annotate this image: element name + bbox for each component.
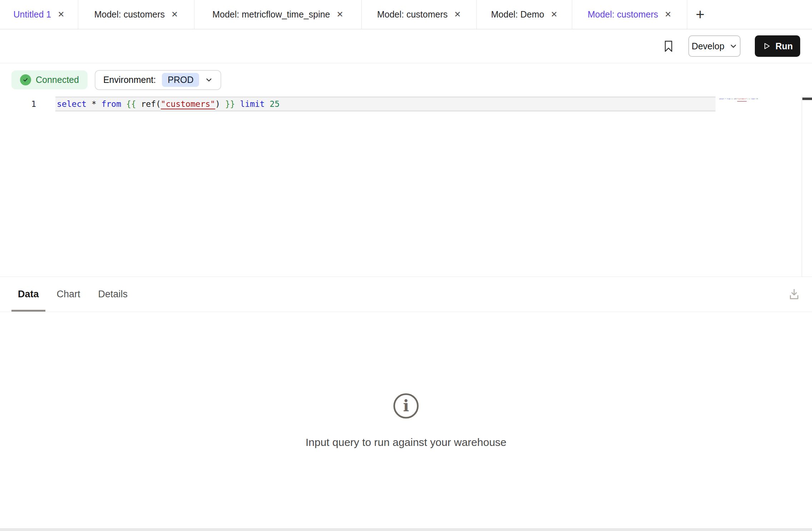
empty-state-message: Input query to run against your warehous… [306, 436, 506, 448]
tab-model-metricflow-time-spine[interactable]: Model: metricflow_time_spine ✕ [194, 0, 362, 29]
tab-model-customers-2[interactable]: Model: customers ✕ [362, 0, 477, 29]
svg-text:i: i [403, 397, 409, 415]
download-icon[interactable] [788, 288, 800, 301]
tab-label: Details [98, 289, 128, 300]
tab-model-customers-1[interactable]: Model: customers ✕ [78, 0, 194, 29]
editor-scrollbar-track[interactable] [802, 96, 812, 277]
tab-data[interactable]: Data [11, 277, 45, 312]
close-tab-icon[interactable]: ✕ [551, 10, 558, 19]
develop-menu-button[interactable]: Develop [688, 35, 741, 57]
tab-details[interactable]: Details [92, 277, 134, 312]
sql-editor[interactable]: 1 select * from {{ ref("customers") }} l… [0, 96, 812, 277]
tab-model-demo[interactable]: Model: Demo ✕ [477, 0, 572, 29]
develop-label: Develop [692, 41, 724, 51]
run-button[interactable]: Run [755, 35, 800, 57]
line-number: 1 [0, 96, 45, 111]
tab-label: Chart [57, 289, 80, 300]
bookmark-icon[interactable] [663, 40, 674, 53]
tab-label: Model: customers [94, 9, 165, 20]
close-tab-icon[interactable]: ✕ [337, 10, 343, 19]
code-line-content[interactable]: select * from {{ ref("customers") }} lim… [57, 96, 279, 111]
new-tab-button[interactable]: + [687, 0, 713, 29]
chevron-down-icon [205, 76, 213, 84]
minimap-line: select * from {{ ref("customers") }} lim… [719, 98, 758, 100]
status-row: Connected Environment: PROD [0, 63, 812, 96]
environment-label: Environment: [103, 75, 156, 85]
tab-chart[interactable]: Chart [50, 277, 87, 312]
tab-label: Model: Demo [491, 9, 544, 20]
results-empty-state: i Input query to run against your wareho… [0, 312, 812, 528]
tab-label: Model: customers [588, 9, 658, 20]
bottom-bar [0, 528, 812, 531]
chevron-down-icon [729, 42, 737, 50]
check-circle-icon [20, 74, 31, 85]
ide-window: Untitled 1 ✕ Model: customers ✕ Model: m… [0, 0, 812, 531]
close-tab-icon[interactable]: ✕ [665, 10, 672, 19]
bookmark-icon-glyph [663, 40, 674, 53]
tab-model-customers-3[interactable]: Model: customers ✕ [572, 0, 687, 29]
tab-label: Untitled 1 [14, 9, 51, 20]
minimap[interactable]: select * from {{ ref("customers") }} lim… [719, 98, 799, 100]
connection-status-label: Connected [36, 75, 79, 85]
info-icon: i [392, 392, 420, 420]
tab-label: Data [18, 289, 39, 300]
tab-label: Model: customers [377, 9, 447, 20]
tab-label: Model: metricflow_time_spine [212, 9, 330, 20]
close-tab-icon[interactable]: ✕ [454, 10, 461, 19]
toolbar: Develop Run [0, 29, 812, 63]
close-tab-icon[interactable]: ✕ [58, 10, 64, 19]
environment-dropdown[interactable]: Environment: PROD [95, 70, 222, 90]
run-label: Run [776, 41, 793, 51]
results-tab-bar: Data Chart Details [0, 277, 812, 312]
connection-status-badge: Connected [11, 70, 88, 89]
play-icon [762, 42, 771, 50]
editor-tab-bar: Untitled 1 ✕ Model: customers ✕ Model: m… [0, 0, 812, 29]
plus-icon: + [696, 7, 705, 22]
close-tab-icon[interactable]: ✕ [171, 10, 178, 19]
tab-untitled-1[interactable]: Untitled 1 ✕ [0, 0, 78, 29]
editor-scrollbar-thumb[interactable] [802, 98, 812, 100]
environment-value-pill: PROD [162, 73, 199, 87]
